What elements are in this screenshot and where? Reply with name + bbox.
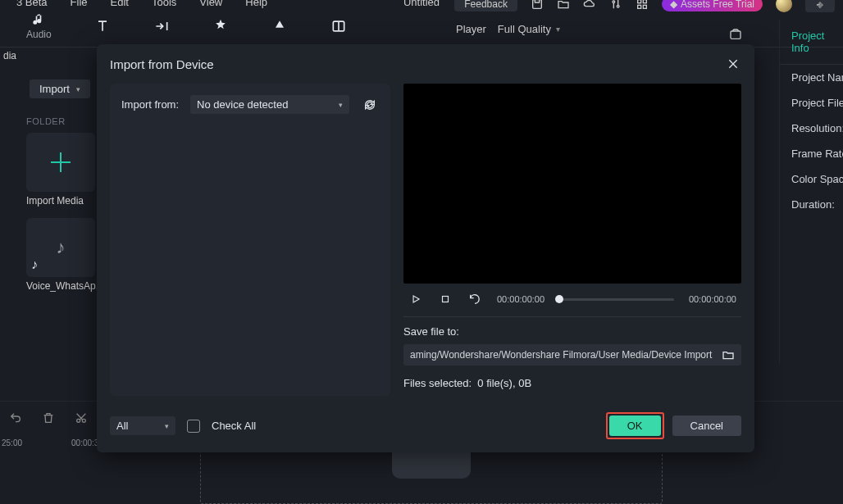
import-source-panel: Import from: No device detected ▾ bbox=[110, 84, 390, 396]
save-path-field[interactable]: aming/Wondershare/Wondershare Filmora/Us… bbox=[403, 344, 741, 366]
device-select-value: No device detected bbox=[197, 98, 288, 111]
import-label: Import bbox=[39, 83, 70, 95]
dialog-footer: All ▾ Check All OK Cancel bbox=[97, 409, 754, 452]
menu-file[interactable]: File bbox=[71, 0, 88, 8]
svg-rect-8 bbox=[731, 31, 740, 39]
progress-handle[interactable] bbox=[555, 295, 563, 303]
svg-point-9 bbox=[77, 419, 80, 422]
version-label: 3 Beta bbox=[16, 0, 48, 8]
files-selected-label: Files selected: bbox=[403, 377, 472, 389]
field-project-name: Project Name bbox=[780, 65, 843, 90]
timeline-drop-zone[interactable] bbox=[200, 450, 663, 504]
feedback-button[interactable]: Feedback bbox=[454, 0, 517, 11]
chevron-down-icon: ▾ bbox=[76, 85, 80, 93]
delete-icon[interactable] bbox=[41, 411, 56, 425]
preview-controls: 00:00:00:00 00:00:00:00 bbox=[403, 284, 741, 315]
tab-effects[interactable] bbox=[212, 19, 229, 34]
type-filter-value: All bbox=[116, 420, 128, 432]
project-info-panel: Project Info Project Name Project Files … bbox=[779, 20, 843, 364]
export-button[interactable]: ⎆ bbox=[805, 0, 835, 12]
device-select[interactable]: No device detected ▾ bbox=[190, 95, 349, 114]
type-filter-select[interactable]: All ▾ bbox=[110, 416, 175, 435]
folder-heading: FOLDER bbox=[26, 116, 98, 126]
chevron-down-icon: ▾ bbox=[339, 101, 343, 109]
tab-transitions[interactable] bbox=[153, 19, 170, 34]
diamond-icon: ◆ bbox=[670, 0, 677, 10]
svg-point-1 bbox=[613, 1, 615, 3]
settings-icon[interactable] bbox=[609, 0, 622, 11]
tab-titles[interactable] bbox=[94, 19, 111, 34]
media-panel: dia Import ▾ FOLDER Import Media ♪ ♪ Voi… bbox=[0, 49, 98, 361]
cloud-icon[interactable] bbox=[583, 0, 596, 11]
save-icon[interactable] bbox=[531, 0, 544, 11]
tab-media[interactable]: Audio bbox=[26, 12, 52, 40]
project-title: Untitled bbox=[403, 0, 440, 8]
ruler-time-0: 25:00 bbox=[2, 438, 22, 460]
rewind-button[interactable] bbox=[467, 292, 482, 306]
titles-icon bbox=[94, 19, 111, 34]
cancel-button[interactable]: Cancel bbox=[672, 415, 741, 436]
project-info-tab[interactable]: Project Info bbox=[780, 20, 843, 65]
field-project-files: Project Files bbox=[780, 90, 843, 116]
svg-point-2 bbox=[617, 5, 619, 7]
browse-folder-button[interactable] bbox=[722, 348, 735, 361]
tab-split[interactable] bbox=[330, 19, 347, 34]
menubar: 3 Beta File Edit Tools View Help Untitle… bbox=[0, 0, 843, 5]
media-icon bbox=[30, 12, 47, 27]
progress-bar[interactable] bbox=[559, 298, 674, 301]
import-from-label: Import from: bbox=[121, 98, 179, 111]
field-color-space: Color Space: bbox=[780, 166, 843, 192]
stickers-icon bbox=[271, 19, 288, 34]
menu-help[interactable]: Help bbox=[245, 0, 267, 8]
menu-view[interactable]: View bbox=[199, 0, 222, 8]
field-duration: Duration: bbox=[780, 192, 843, 217]
media-tab-label: dia bbox=[0, 50, 16, 61]
snapshot-icon[interactable] bbox=[728, 28, 743, 41]
svg-rect-6 bbox=[643, 5, 646, 8]
refresh-button[interactable] bbox=[361, 96, 379, 114]
chevron-down-icon: ▾ bbox=[165, 422, 169, 430]
check-all-label: Check All bbox=[212, 420, 256, 432]
import-dropdown[interactable]: Import ▾ bbox=[30, 79, 90, 98]
quality-dropdown[interactable]: Full Quality ▾ bbox=[498, 23, 560, 35]
assets-label: Assets Free Trial bbox=[681, 0, 754, 10]
transitions-icon bbox=[153, 19, 170, 34]
ok-button[interactable]: OK bbox=[609, 415, 661, 436]
dialog-header: Import from Device bbox=[97, 44, 754, 84]
close-button[interactable] bbox=[725, 56, 741, 72]
chevron-down-icon: ▾ bbox=[556, 25, 560, 34]
split-icon bbox=[330, 19, 347, 34]
assets-free-trial-button[interactable]: ◆ Assets Free Trial bbox=[662, 0, 763, 11]
svg-point-10 bbox=[82, 419, 85, 422]
stop-button[interactable] bbox=[438, 292, 453, 306]
play-button[interactable] bbox=[408, 292, 423, 306]
menu-edit[interactable]: Edit bbox=[111, 0, 129, 8]
media-item-voice[interactable]: ♪ ♪ bbox=[26, 218, 95, 277]
player-header: Player Full Quality ▾ bbox=[456, 23, 560, 35]
layout-icon[interactable] bbox=[636, 0, 649, 11]
ok-button-highlight: OK bbox=[606, 412, 664, 439]
folder-icon[interactable] bbox=[557, 0, 570, 11]
dialog-title: Import from Device bbox=[110, 57, 214, 71]
user-avatar[interactable] bbox=[776, 0, 792, 12]
quality-value: Full Quality bbox=[498, 23, 551, 35]
music-icon: ♪ bbox=[49, 236, 72, 259]
field-frame-rate: Frame Rate: bbox=[780, 141, 843, 166]
time-end: 00:00:00:00 bbox=[689, 294, 736, 304]
save-to-label: Save file to: bbox=[403, 325, 741, 338]
cut-icon[interactable] bbox=[74, 411, 89, 425]
files-selected: Files selected: 0 file(s), 0B bbox=[403, 377, 741, 389]
tab-stickers[interactable] bbox=[271, 19, 288, 34]
undo-icon[interactable] bbox=[8, 411, 23, 425]
check-all-checkbox[interactable] bbox=[187, 420, 200, 433]
preview-panel: 00:00:00:00 00:00:00:00 Save file to: am… bbox=[403, 84, 741, 396]
import-media-tile[interactable] bbox=[26, 133, 95, 192]
music-badge-icon: ♪ bbox=[31, 257, 38, 272]
files-selected-value: 0 file(s), 0B bbox=[477, 377, 531, 389]
svg-rect-11 bbox=[443, 297, 449, 302]
video-preview bbox=[403, 84, 741, 284]
import-media-label: Import Media bbox=[26, 195, 98, 207]
svg-rect-0 bbox=[533, 0, 542, 8]
menu-tools[interactable]: Tools bbox=[152, 0, 176, 8]
time-start: 00:00:00:00 bbox=[497, 294, 545, 304]
